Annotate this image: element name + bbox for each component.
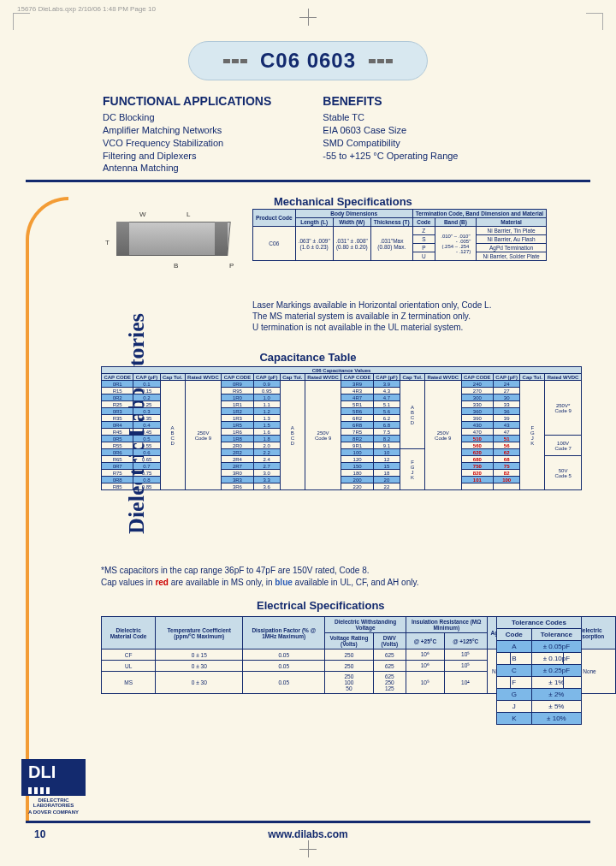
mech-heading: Mechanical Specifications <box>274 195 412 208</box>
tolerance-table: Tolerance Codes CodeTolerance A± 0.05pF … <box>496 616 582 725</box>
dli-logo: DLI DIELECTRIC LABORATORIES A DOVER COMP… <box>21 759 86 815</box>
item: VCO Frequency Stabilization <box>103 137 271 150</box>
cap-notes: *MS capacitors in the cap range 36pF to … <box>101 565 419 589</box>
item: Stable TC <box>323 111 458 124</box>
page: 15676 DieLabs.qxp 2/10/06 1:48 PM Page 1… <box>0 0 616 866</box>
benefits: BENEFITS Stable TC EIA 0603 Case Size SM… <box>323 94 458 175</box>
cap-heading: Capacitance Table <box>259 351 356 364</box>
page-number: 10 <box>34 828 45 840</box>
orange-border <box>26 197 68 823</box>
elec-heading: Electrical Specifications <box>257 599 385 612</box>
item: Antenna Matching <box>103 162 271 175</box>
page-title: C06 0603 <box>260 49 356 73</box>
divider <box>26 180 590 182</box>
item: DC Blocking <box>103 111 271 124</box>
registration-mark <box>299 840 317 857</box>
functional-apps: FUNCTIONAL APPLICATIONS DC Blocking Ampl… <box>103 94 271 175</box>
mech-notes: Laser Markings available in Horizontal o… <box>252 300 582 333</box>
item: SMD Compatibility <box>323 137 458 150</box>
intro-columns: FUNCTIONAL APPLICATIONS DC Blocking Ampl… <box>103 94 565 175</box>
heading: FUNCTIONAL APPLICATIONS <box>103 94 271 108</box>
heading: BENEFITS <box>323 94 458 108</box>
registration-mark <box>299 9 317 26</box>
item: Filtering and Diplexers <box>103 150 271 163</box>
chip-icon <box>369 59 393 63</box>
capacitance-table: C06 Capacitance ValuesCAP CODECAP (pF)Ca… <box>101 366 582 490</box>
chip-icon <box>223 59 247 63</box>
title-badge: C06 0603 <box>188 41 428 80</box>
item: Amplifier Matching Networks <box>103 124 271 137</box>
crop-mark <box>586 13 603 30</box>
item: -55 to +125 °C Operating Range <box>323 150 458 163</box>
crop-header: 15676 DieLabs.qxp 2/10/06 1:48 PM Page 1… <box>17 5 156 13</box>
footer-url: www.dilabs.com <box>268 828 348 840</box>
item: EIA 0603 Case Size <box>323 124 458 137</box>
mechanical-table: Product CodeBody DimensionsTermination C… <box>252 209 547 261</box>
footer-rule <box>26 821 590 823</box>
capacitor-diagram: W L T B P <box>101 209 246 277</box>
crop-mark <box>13 13 30 30</box>
